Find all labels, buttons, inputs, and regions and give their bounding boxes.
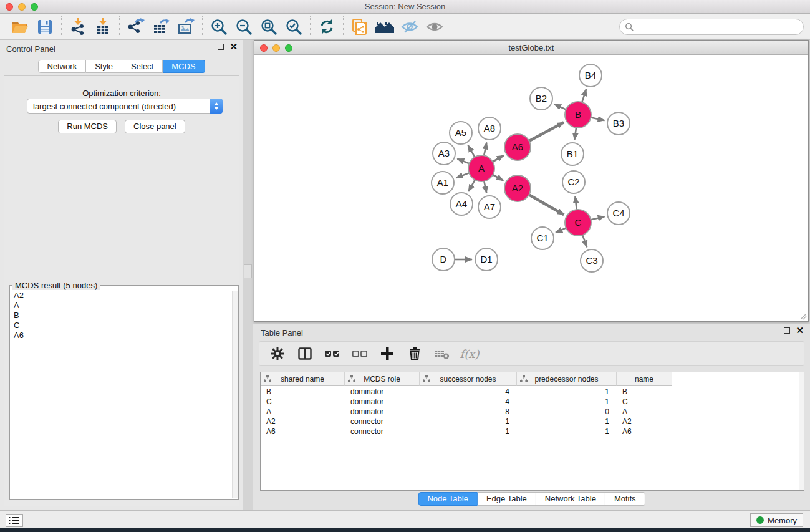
result-item[interactable]: A	[11, 301, 232, 311]
status-bar: Memory	[0, 510, 810, 528]
tab-network-table[interactable]: Network Table	[536, 492, 605, 506]
tab-node-table[interactable]: Node Table	[418, 492, 478, 506]
table-cell: 1	[517, 417, 617, 427]
graph-edge-B-B3[interactable]	[590, 117, 605, 120]
memory-button[interactable]: Memory	[750, 513, 803, 527]
graph-edge-A6-B[interactable]	[528, 122, 564, 142]
zoom-out-button[interactable]	[231, 16, 256, 38]
column-header-shared-name[interactable]: shared name	[261, 372, 345, 386]
graph-edge-A-A7[interactable]	[484, 180, 486, 193]
add-column-button[interactable]	[378, 344, 397, 363]
table-cell: A2	[617, 417, 672, 427]
main-area: Control Panel ✕ NetworkStyleSelectMCDS O…	[0, 40, 810, 510]
toolbar-separator	[119, 16, 120, 37]
home-button[interactable]	[372, 16, 397, 38]
graph-edge-B-B4[interactable]	[582, 89, 586, 104]
table-cell: connector	[345, 427, 420, 437]
float-panel-icon[interactable]	[218, 44, 224, 50]
app-titlebar: Session: New Session	[0, 0, 810, 14]
mcds-result-list[interactable]: A2ABCA6	[11, 291, 232, 498]
save-button[interactable]	[32, 16, 57, 38]
tab-network[interactable]: Network	[37, 60, 86, 73]
task-history-button[interactable]	[6, 514, 23, 527]
show-graphics-button[interactable]	[422, 16, 447, 38]
function-builder-icon: f(x)	[460, 347, 480, 360]
search-input[interactable]	[637, 22, 803, 32]
tab-mcds[interactable]: MCDS	[163, 60, 205, 73]
result-item[interactable]: A2	[11, 291, 232, 301]
zoom-selected-button[interactable]	[281, 16, 306, 38]
table-row[interactable]: Bdominator41B	[261, 387, 798, 397]
graph-edge-C-C2[interactable]	[575, 196, 577, 211]
graph-edge-B-B2[interactable]	[554, 104, 567, 110]
dropdown-selected-value: largest connected component (directed)	[27, 102, 210, 111]
graph-edge-A-A6[interactable]	[491, 155, 503, 162]
table-cell: 1	[420, 417, 517, 427]
graph-node-label: C3	[586, 255, 597, 266]
graph-edge-C-C3[interactable]	[582, 234, 587, 247]
run-mcds-button[interactable]: Run MCDS	[58, 120, 117, 133]
zoom-fit-button[interactable]	[256, 16, 281, 38]
close-panel-icon[interactable]: ✕	[229, 44, 238, 50]
graph-edge-A-A2[interactable]	[492, 174, 504, 180]
graph-edge-A-A8[interactable]	[484, 143, 487, 157]
graph-node-label: A5	[455, 127, 466, 138]
export-image-button[interactable]	[173, 16, 198, 38]
tab-motifs[interactable]: Motifs	[605, 492, 645, 506]
export-table-button[interactable]	[148, 16, 173, 38]
table-row[interactable]: A2connector11A2	[261, 417, 798, 427]
graph-edge-B-B1[interactable]	[574, 127, 576, 140]
deselect-all-button[interactable]	[350, 344, 369, 363]
column-header-successor-nodes[interactable]: successor nodes	[420, 372, 517, 386]
function-builder-button[interactable]: f(x)	[460, 344, 479, 363]
graph-edge-A-A5[interactable]	[468, 145, 476, 158]
close-panel-button[interactable]: Close panel	[125, 120, 185, 133]
graph-node-label: C	[575, 217, 582, 228]
optimization-criterion-dropdown[interactable]: largest connected component (directed)	[27, 99, 223, 114]
hide-graphics-button[interactable]	[397, 16, 422, 38]
tab-edge-table[interactable]: Edge Table	[478, 492, 536, 506]
select-all-icon	[324, 346, 341, 362]
zoom-in-button[interactable]	[206, 16, 231, 38]
graph-edge-C-C4[interactable]	[590, 216, 605, 220]
close-table-panel-icon[interactable]: ✕	[796, 327, 804, 334]
result-item[interactable]: B	[11, 311, 232, 321]
column-header-name[interactable]: name	[617, 372, 672, 386]
import-network-button[interactable]	[65, 16, 90, 38]
result-item[interactable]: C	[11, 321, 232, 331]
tab-select[interactable]: Select	[122, 60, 163, 73]
delete-table-button[interactable]	[433, 344, 451, 363]
split-columns-button[interactable]	[296, 344, 314, 363]
search-field[interactable]	[619, 19, 804, 35]
column-header-predecessor-nodes[interactable]: predecessor nodes	[517, 372, 617, 386]
export-network-button[interactable]	[123, 16, 148, 38]
graph-edge-A-A1[interactable]	[456, 173, 471, 178]
resize-grip-icon[interactable]	[798, 311, 807, 320]
network-file-button[interactable]	[347, 16, 372, 38]
table-scrollbar[interactable]	[799, 372, 804, 490]
panel-splitter-handle[interactable]	[244, 264, 252, 278]
float-table-panel-icon[interactable]	[784, 327, 790, 334]
table-settings-button[interactable]	[268, 344, 287, 363]
node-table[interactable]: shared nameMCDS rolesuccessor nodesprede…	[260, 372, 804, 491]
table-row[interactable]: Cdominator41C	[261, 397, 798, 407]
result-scrollbar[interactable]	[232, 291, 238, 498]
table-cell: dominator	[345, 387, 420, 397]
network-file-icon	[350, 17, 369, 36]
graph-edge-C-C1[interactable]	[556, 228, 567, 233]
column-header-MCDS-role[interactable]: MCDS role	[345, 372, 420, 386]
import-table-button[interactable]	[90, 16, 115, 38]
network-canvas[interactable]: B4B2BB3A5A8A6A3B1AA1C2A2A4A7CC4C1C3DD1	[254, 55, 808, 321]
open-button[interactable]	[7, 16, 32, 38]
graph-edge-A-A4[interactable]	[468, 179, 475, 191]
select-all-button[interactable]	[323, 344, 342, 363]
tab-style[interactable]: Style	[86, 60, 122, 73]
table-row[interactable]: Adominator80A	[261, 407, 798, 417]
delete-column-button[interactable]	[405, 344, 424, 363]
graph-edge-A-A3[interactable]	[457, 159, 470, 164]
result-item[interactable]: A6	[11, 331, 232, 341]
table-row[interactable]: A6connector11A6	[261, 427, 798, 437]
toolbar-separator	[202, 16, 203, 37]
refresh-button[interactable]	[314, 16, 339, 38]
graph-edge-A2-C[interactable]	[528, 194, 564, 215]
